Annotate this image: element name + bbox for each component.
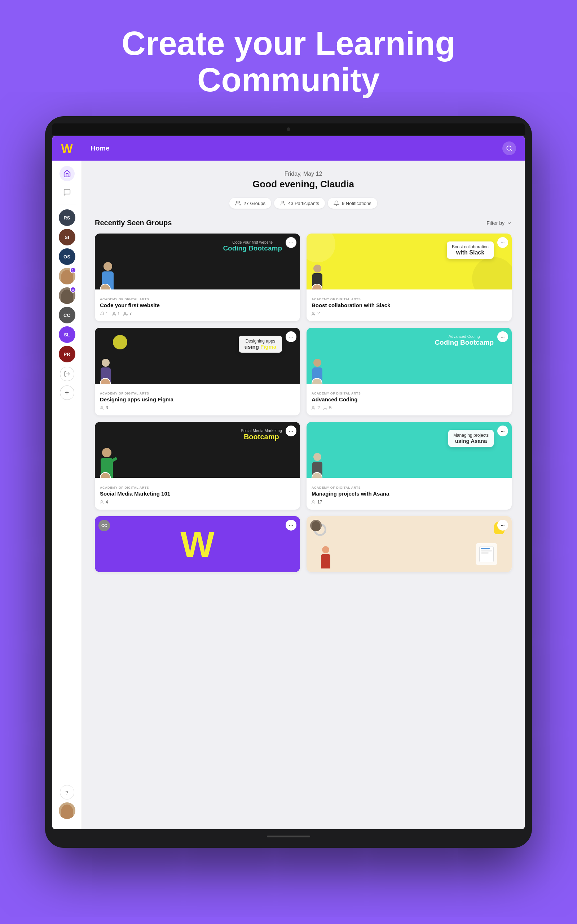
- camera-dot: [287, 128, 290, 131]
- svg-point-4: [282, 201, 284, 203]
- content-area: Friday, May 12 Good evening, Claudia 27 …: [82, 161, 525, 829]
- stat-participants: 43 Participants: [274, 198, 325, 208]
- svg-point-7: [313, 312, 314, 313]
- card-title-4: Advanced Coding: [311, 396, 507, 402]
- card-menu-4[interactable]: ···: [497, 331, 508, 342]
- tablet-camera-bar: [52, 123, 525, 135]
- filter-button[interactable]: Filter by: [487, 220, 512, 226]
- card-stats-4: 2 5: [311, 405, 507, 410]
- search-icon: [506, 145, 513, 152]
- add-button[interactable]: +: [60, 386, 74, 400]
- card-menu-6[interactable]: ···: [497, 426, 508, 436]
- tablet-screen: W RS SI OS: [52, 136, 525, 829]
- card-menu-5[interactable]: ···: [285, 426, 297, 436]
- avatar-photo-2[interactable]: 3: [59, 287, 76, 304]
- greeting-message: Good evening, Claudia: [95, 179, 512, 190]
- card-coding-bootcamp[interactable]: Code your first website Coding Bootcamp …: [95, 234, 300, 321]
- card-academy-3: ACADEMY OF DIGITAL ARTS: [100, 392, 295, 395]
- greeting-section: Friday, May 12 Good evening, Claudia: [95, 171, 512, 190]
- card-academy-4: ACADEMY OF DIGITAL ARTS: [311, 392, 507, 395]
- notifications-icon: [334, 200, 339, 206]
- nav-home-label: Home: [90, 144, 110, 152]
- sidebar-item-home[interactable]: [60, 166, 75, 181]
- logo-w-icon: W: [61, 142, 73, 155]
- card-title-6: Managing projects with Asana: [311, 491, 507, 497]
- figma-popup: Designing apps using Figma: [239, 336, 282, 353]
- card-title-1: Code your first website: [100, 302, 295, 308]
- card-image-coding: Code your first website Coding Bootcamp …: [95, 234, 300, 289]
- card-image-figma: Designing apps using Figma ···: [95, 328, 300, 384]
- tablet-home-bar: [52, 832, 525, 841]
- card-academy-5: ACADEMY OF DIGITAL ARTS: [100, 486, 295, 489]
- card-image-advanced: Advanced Coding Coding Bootcamp ···: [306, 328, 512, 384]
- card-image-slack: Boost collaboration with Slack ···: [306, 234, 512, 289]
- asana-popup: Managing projects using Asana: [448, 430, 494, 447]
- card-stats-5: 4: [100, 499, 295, 505]
- groups-label: 27 Groups: [243, 201, 266, 206]
- avatar-si[interactable]: SI: [59, 229, 76, 246]
- notifications-label: 9 Notifications: [342, 201, 371, 206]
- svg-point-10: [101, 501, 102, 502]
- card-title-2: Boost collaboration with Slack: [311, 302, 507, 308]
- card-figma[interactable]: Designing apps using Figma ··· ACADEMY O…: [95, 328, 300, 415]
- section-title: Recently Seen Groups: [95, 219, 172, 227]
- advanced-text: Advanced Coding Coding Bootcamp: [435, 334, 494, 347]
- svg-point-8: [101, 406, 102, 408]
- svg-point-3: [237, 201, 239, 203]
- groups-icon: [235, 200, 241, 206]
- hero-title: Create your Learning Community: [121, 25, 455, 98]
- main-content: Home Friday, May 12 Good evening, Claudi…: [82, 136, 525, 829]
- card-title-5: Social Media Marketing 101: [100, 491, 295, 497]
- card-image-w: W CC ···: [95, 516, 300, 572]
- svg-line-2: [510, 150, 511, 151]
- filter-label: Filter by: [487, 220, 504, 226]
- user-profile-avatar[interactable]: [59, 802, 76, 819]
- card-w-community[interactable]: W CC ···: [95, 516, 300, 572]
- chevron-down-icon: [507, 221, 512, 226]
- avatar-os[interactable]: OS: [59, 248, 76, 265]
- slack-popup: Boost collaboration with Slack: [447, 241, 494, 259]
- card-advanced-coding[interactable]: Advanced Coding Coding Bootcamp ··· ACAD…: [306, 328, 512, 415]
- sidebar-logo[interactable]: W: [52, 136, 82, 161]
- stat-notifications: 9 Notifications: [328, 198, 377, 208]
- card-slack[interactable]: Boost collaboration with Slack ··· ACADE…: [306, 234, 512, 321]
- search-button[interactable]: [502, 142, 516, 155]
- badge-3: 3: [70, 287, 76, 293]
- card-text-overlay-1: Code your first website Coding Bootcamp: [223, 240, 282, 252]
- sidebar-item-chat[interactable]: [60, 185, 75, 200]
- cards-grid: Code your first website Coding Bootcamp …: [95, 234, 512, 572]
- card-academy-2: ACADEMY OF DIGITAL ARTS: [311, 297, 507, 301]
- help-button[interactable]: ?: [60, 785, 74, 800]
- card-stats-3: 3: [100, 405, 295, 410]
- svg-point-6: [124, 312, 126, 313]
- card-academy-1: ACADEMY OF DIGITAL ARTS: [100, 297, 295, 301]
- chat-icon: [63, 188, 71, 196]
- svg-point-1: [507, 146, 511, 150]
- svg-point-11: [313, 501, 314, 502]
- card-academy-6: ACADEMY OF DIGITAL ARTS: [311, 486, 507, 489]
- card-image-asana: Managing projects using Asana ···: [306, 422, 512, 478]
- card-social-media[interactable]: Social Media Marketing Bootcamp ··· ACAD…: [95, 422, 300, 510]
- logout-icon: [64, 371, 70, 377]
- avatar-pr[interactable]: PR: [59, 346, 76, 362]
- avatar-photo-1[interactable]: 1: [59, 268, 76, 284]
- logout-button[interactable]: [60, 367, 74, 381]
- greeting-date: Friday, May 12: [95, 171, 512, 177]
- card-stats-6: 17: [311, 499, 507, 505]
- avatar-cc[interactable]: CC: [59, 307, 76, 323]
- card-asana[interactable]: Managing projects using Asana ··· ACADEM…: [306, 422, 512, 510]
- stat-groups: 27 Groups: [229, 198, 271, 208]
- card-stats-1: 1 1 7: [100, 311, 295, 316]
- card-menu-1[interactable]: ···: [285, 237, 297, 248]
- avatar-sl[interactable]: SL: [59, 326, 76, 343]
- badge-1: 1: [70, 267, 76, 273]
- card-menu-2[interactable]: ···: [497, 237, 508, 248]
- card-menu-8[interactable]: ···: [497, 520, 508, 531]
- card-menu-3[interactable]: ···: [285, 331, 297, 342]
- card-menu-7[interactable]: ···: [285, 520, 297, 531]
- avatar-rs[interactable]: RS: [59, 209, 76, 226]
- stats-bar: 27 Groups 43 Participants 9 Notification…: [95, 198, 512, 208]
- card-innovation[interactable]: ···: [306, 516, 512, 572]
- svg-point-9: [313, 406, 314, 408]
- card-image-social: Social Media Marketing Bootcamp ···: [95, 422, 300, 478]
